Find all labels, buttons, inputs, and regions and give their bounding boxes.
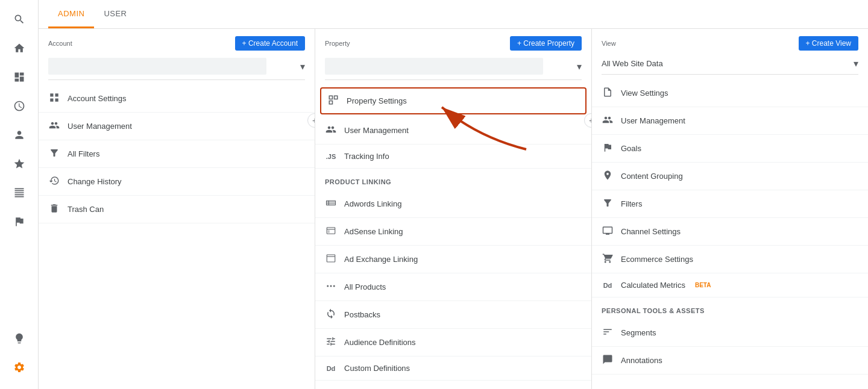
svg-point-15 [333, 285, 335, 287]
products-icon [325, 281, 337, 293]
tab-admin[interactable]: ADMIN [48, 1, 94, 28]
channel-settings-item[interactable]: Channel Settings [592, 218, 868, 246]
table-icon[interactable] [7, 181, 31, 205]
segments-label: Segments [621, 328, 656, 337]
search-icon[interactable] [7, 7, 31, 31]
postbacks-icon [325, 308, 337, 321]
property-col-header: Property + Create Property [315, 29, 591, 55]
bulb-icon[interactable] [7, 326, 31, 350]
ad-exchange-linking-label: Ad Exchange Linking [344, 255, 418, 264]
view-settings-item[interactable]: View Settings [592, 79, 868, 107]
grid-icon [48, 92, 60, 105]
view-selector[interactable]: All Web Site Data ▾ [602, 58, 858, 75]
ad-exchange-linking-item[interactable]: Ad Exchange Linking [315, 246, 591, 273]
postbacks-item[interactable]: Postbacks [315, 301, 591, 329]
account-settings-label: Account Settings [68, 94, 127, 103]
custom-definitions-item[interactable]: Dd Custom Definitions [315, 356, 591, 381]
create-view-button[interactable]: + Create View [799, 36, 859, 51]
property-selector[interactable]: ▾ [325, 58, 582, 80]
audience-definitions-label: Audience Definitions [344, 338, 416, 347]
personal-tools-label: PERSONAL TOOLS & ASSETS [592, 297, 868, 319]
filters-view-item[interactable]: Filters [592, 190, 868, 218]
exchange-icon [325, 253, 337, 266]
svg-point-13 [327, 285, 329, 287]
clock-icon[interactable] [7, 94, 31, 118]
calculated-metrics-item[interactable]: Dd Calculated Metrics BETA [592, 273, 868, 297]
user-management-account-item[interactable]: User Management [39, 113, 315, 140]
filter-view-icon [602, 198, 614, 210]
view-settings-label: View Settings [621, 89, 668, 98]
person-icon[interactable] [7, 123, 31, 147]
cart-icon [602, 253, 614, 266]
user-management-property-item[interactable]: User Management [315, 117, 591, 145]
property-expand-button[interactable]: + [584, 113, 592, 128]
all-products-label: All Products [344, 282, 386, 291]
channel-icon [602, 225, 614, 238]
user-management-view-item[interactable]: User Management [592, 107, 868, 135]
sidebar-bottom [7, 324, 31, 389]
home-icon[interactable] [7, 36, 31, 60]
adwords-linking-label: Adwords Linking [344, 199, 401, 208]
adwords-linking-item[interactable]: Adwords Linking [315, 190, 591, 218]
adwords-icon [325, 198, 337, 210]
view-col-header: View + Create View [592, 29, 868, 55]
account-settings-item[interactable]: Account Settings [39, 85, 315, 113]
content-grouping-icon [602, 170, 614, 182]
adsense-linking-item[interactable]: AdSense Linking [315, 218, 591, 246]
all-filters-label: All Filters [68, 149, 99, 158]
chat-icon [602, 354, 614, 367]
sidebar [0, 0, 39, 389]
dd-prop-icon: Dd [325, 365, 337, 372]
property-settings-icon [327, 95, 339, 107]
create-property-button[interactable]: + Create Property [510, 36, 582, 51]
audience-definitions-item[interactable]: Audience Definitions [315, 329, 591, 356]
star-icon[interactable] [7, 152, 31, 176]
segments-item[interactable]: Segments [592, 319, 868, 347]
trash-icon [48, 203, 60, 216]
dashboard-icon[interactable] [7, 65, 31, 89]
annotations-label: Annotations [621, 356, 662, 365]
property-column: Property + Create Property ▾ Property Se… [315, 29, 592, 389]
all-products-item[interactable]: All Products [315, 273, 591, 301]
svg-rect-11 [327, 255, 335, 262]
people-prop-icon [325, 124, 337, 137]
property-settings-item[interactable]: Property Settings [320, 87, 587, 114]
view-col-label: View [602, 40, 616, 47]
audience-icon [325, 336, 337, 349]
doc-icon [602, 87, 614, 99]
ecommerce-settings-item[interactable]: Ecommerce Settings [592, 246, 868, 273]
view-column: View + Create View All Web Site Data ▾ V… [592, 29, 868, 389]
account-selector-arrow: ▾ [300, 61, 305, 72]
postbacks-label: Postbacks [344, 310, 380, 319]
tab-user[interactable]: USER [94, 1, 136, 28]
change-history-item[interactable]: Change History [39, 168, 315, 196]
columns-area: Account + Create Account ▾ Account Setti… [39, 29, 868, 389]
account-col-label: Account [48, 40, 72, 47]
main-content: ADMIN USER Account + Create Account ▾ Ac… [39, 0, 868, 389]
filter-icon [48, 148, 60, 160]
create-account-button[interactable]: + Create Account [235, 36, 305, 51]
account-selector[interactable]: ▾ [48, 58, 305, 80]
history-icon [48, 175, 60, 188]
content-grouping-label: Content Grouping [621, 172, 683, 181]
gear-icon[interactable] [7, 355, 31, 379]
svg-rect-2 [329, 101, 332, 104]
property-settings-label: Property Settings [347, 96, 407, 105]
property-col-label: Property [325, 40, 350, 47]
annotations-item[interactable]: Annotations [592, 347, 868, 375]
trash-can-item[interactable]: Trash Can [39, 196, 315, 223]
filters-view-label: Filters [621, 199, 642, 208]
people-view-icon [602, 114, 614, 127]
goals-item[interactable]: Goals [592, 135, 868, 163]
account-column: Account + Create Account ▾ Account Setti… [39, 29, 315, 389]
account-expand-button[interactable]: + [307, 113, 315, 128]
flag-nav-icon[interactable] [7, 210, 31, 234]
adsense-icon [325, 225, 337, 238]
change-history-label: Change History [68, 177, 122, 186]
channel-settings-label: Channel Settings [621, 227, 681, 236]
all-filters-item[interactable]: All Filters [39, 140, 315, 168]
content-grouping-item[interactable]: Content Grouping [592, 163, 868, 190]
custom-definitions-label: Custom Definitions [344, 364, 410, 373]
account-col-header: Account + Create Account [39, 29, 315, 55]
tracking-info-item[interactable]: .JS Tracking Info [315, 145, 591, 169]
